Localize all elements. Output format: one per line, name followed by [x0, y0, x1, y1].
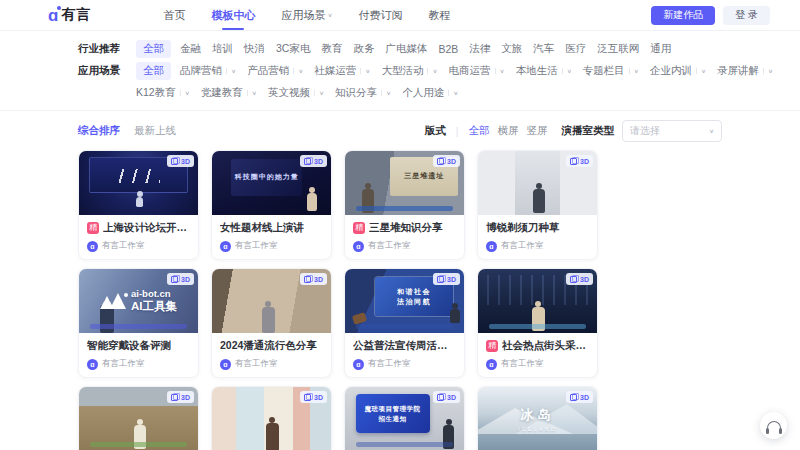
template-card[interactable]: 3D 连锁门店社媒培训课 ɑ有言工作室	[211, 386, 332, 450]
card-author: 有言工作室	[102, 240, 145, 252]
industry-option[interactable]: 教育	[321, 42, 342, 56]
template-thumbnail[interactable]: 3D	[478, 269, 597, 333]
template-thumbnail[interactable]: 3D 三星堆遗址	[345, 151, 464, 215]
layout-option-landscape[interactable]: 横屏	[498, 124, 519, 138]
industry-option[interactable]: 快消	[244, 42, 265, 56]
scene-option[interactable]: K12教育∨	[136, 86, 190, 100]
industry-option[interactable]: 3C家电	[276, 42, 310, 56]
presenter-figure	[136, 191, 143, 207]
template-card[interactable]: 3D 博锐剃须刀种草 ɑ有言工作室	[477, 150, 598, 260]
scene-option-label: 个人用途	[402, 86, 444, 100]
nav-template-center[interactable]: 模板中心	[211, 8, 255, 23]
card-author: 有言工作室	[102, 358, 145, 370]
scene-option-label: 知识分享	[335, 86, 377, 100]
industry-option[interactable]: 汽车	[533, 42, 554, 56]
industry-option[interactable]: 金融	[180, 42, 201, 56]
template-card[interactable]: 3D 精上海设计论坛开场主持 ɑ有言工作室	[78, 150, 199, 260]
scene-option-label: 英文视频	[268, 86, 310, 100]
card-title: 社会热点街头采访连线	[502, 339, 589, 353]
template-card[interactable]: 3D 精西安景点介绍 ɑ有言工作室	[78, 386, 199, 450]
template-card[interactable]: 3D 2024潘通流行色分享 ɑ有言工作室	[211, 268, 332, 378]
industry-option-all[interactable]: 全部	[136, 40, 171, 58]
industry-option[interactable]: B2B	[438, 43, 458, 55]
scene-option[interactable]: 英文视频∨	[268, 86, 324, 100]
nav-app-scenes[interactable]: 应用场景∨	[281, 8, 332, 23]
template-thumbnail[interactable]: 3D	[212, 387, 331, 450]
template-thumbnail[interactable]: 3D	[79, 151, 198, 215]
featured-badge-icon: 精	[353, 222, 365, 234]
chevron-down-icon: ∨	[293, 68, 303, 74]
template-card[interactable]: 3D 三星堆遗址 精三星堆知识分享 ɑ有言工作室	[344, 150, 465, 260]
industry-option[interactable]: 法律	[469, 42, 490, 56]
brand-logo[interactable]: ɑ 有言	[48, 6, 91, 24]
template-thumbnail[interactable]: 3D	[212, 269, 331, 333]
industry-option[interactable]: 文旅	[501, 42, 522, 56]
sort-comprehensive[interactable]: 综合排序	[78, 124, 120, 138]
badge-3d: 3D	[300, 273, 327, 285]
template-thumbnail[interactable]: 3D	[478, 151, 597, 215]
nav-tutorials[interactable]: 教程	[429, 8, 451, 23]
nav-app-scenes-label: 应用场景	[281, 8, 325, 23]
scene-filter-label: 应用场景	[78, 64, 136, 78]
industry-option[interactable]: 泛互联网	[597, 42, 639, 56]
scene-option[interactable]: 社媒运营∨	[314, 64, 370, 78]
template-thumbnail[interactable]: 3D	[79, 387, 198, 450]
chevron-down-icon: ∨	[381, 90, 391, 96]
scene-option[interactable]: 本地生活∨	[516, 64, 572, 78]
industry-option[interactable]: 广电媒体	[385, 42, 427, 56]
chevron-down-icon: ∨	[360, 68, 370, 74]
nav-home[interactable]: 首页	[163, 8, 185, 23]
scene-option-label: 专题栏目	[583, 64, 625, 78]
badge-3d-label: 3D	[181, 394, 190, 401]
template-card[interactable]: 3D 精社会热点街头采访连线 ɑ有言工作室	[477, 268, 598, 378]
scene-option-label: 党建教育	[201, 86, 243, 100]
badge-3d-label: 3D	[447, 158, 456, 165]
industry-option[interactable]: 通用	[650, 42, 671, 56]
template-card[interactable]: 3D ai-bot.cn AI工具集 智能穿戴设备评测 ɑ有言工作室	[78, 268, 199, 378]
industry-option[interactable]: 医疗	[565, 42, 586, 56]
scene-option[interactable]: 个人用途∨	[402, 86, 458, 100]
card-author: 有言工作室	[235, 240, 278, 252]
industry-option[interactable]: 培训	[212, 42, 233, 56]
card-body: 精社会热点街头采访连线 ɑ有言工作室	[478, 333, 597, 377]
scene-option[interactable]: 录屏讲解∨	[717, 64, 773, 78]
scene-option[interactable]: 电商运营∨	[449, 64, 505, 78]
nav-pricing[interactable]: 付费订阅	[359, 8, 403, 23]
template-thumbnail[interactable]: 3D 和谐社会 法治同航	[345, 269, 464, 333]
layout-option-all[interactable]: 全部	[469, 124, 490, 138]
template-thumbnail[interactable]: 3D 冰岛 ICELAND	[478, 387, 597, 450]
scene-option[interactable]: 大型活动∨	[381, 64, 437, 78]
scene-option[interactable]: 专题栏目∨	[583, 64, 639, 78]
template-thumbnail[interactable]: 3D 科技圈中的她力量	[212, 151, 331, 215]
cube-icon	[171, 394, 178, 401]
template-card[interactable]: 3D 科技圈中的她力量 女性题材线上演讲 ɑ有言工作室	[211, 150, 332, 260]
login-button[interactable]: 登 录	[723, 6, 770, 25]
badge-3d: 3D	[566, 155, 593, 167]
customer-service-button[interactable]	[760, 412, 787, 439]
create-work-button[interactable]: 新建作品	[651, 6, 715, 25]
scene-option[interactable]: 产品营销∨	[247, 64, 303, 78]
template-card[interactable]: 3D 和谐社会 法治同航 公益普法宣传周活动预告 ɑ有言工作室	[344, 268, 465, 378]
cube-icon	[304, 276, 311, 283]
scene-option[interactable]: 企业内训∨	[650, 64, 706, 78]
scene-option[interactable]: 党建教育∨	[201, 86, 257, 100]
screen-text: 三星堆遗址	[404, 171, 444, 181]
scene-option-label: 本地生活	[516, 64, 558, 78]
studio-type-select[interactable]: 请选择 ∨	[622, 120, 722, 142]
industry-option[interactable]: 政务	[353, 42, 374, 56]
card-title: 女性题材线上演讲	[220, 221, 304, 235]
sort-newest[interactable]: 最新上线	[134, 124, 176, 138]
scene-option-all[interactable]: 全部	[136, 62, 171, 80]
badge-3d-label: 3D	[580, 394, 589, 401]
layout-option-portrait[interactable]: 竖屏	[527, 124, 548, 138]
scene-option[interactable]: 知识分享∨	[335, 86, 391, 100]
top-navbar: ɑ 有言 首页 模板中心 应用场景∨ 付费订阅 教程 新建作品 登 录	[0, 0, 800, 31]
scene-option[interactable]: 品牌营销∨	[180, 64, 236, 78]
template-card[interactable]: 3D 魔珐项目管理学院 招生通知	[344, 386, 465, 450]
template-card[interactable]: 3D 冰岛 ICELAND	[477, 386, 598, 450]
template-thumbnail[interactable]: 3D 魔珐项目管理学院 招生通知	[345, 387, 464, 450]
card-body: 2024潘通流行色分享 ɑ有言工作室	[212, 333, 331, 377]
nav-actions: 新建作品 登 录	[651, 6, 770, 25]
badge-3d-label: 3D	[447, 394, 456, 401]
template-thumbnail[interactable]: 3D ai-bot.cn AI工具集	[79, 269, 198, 333]
